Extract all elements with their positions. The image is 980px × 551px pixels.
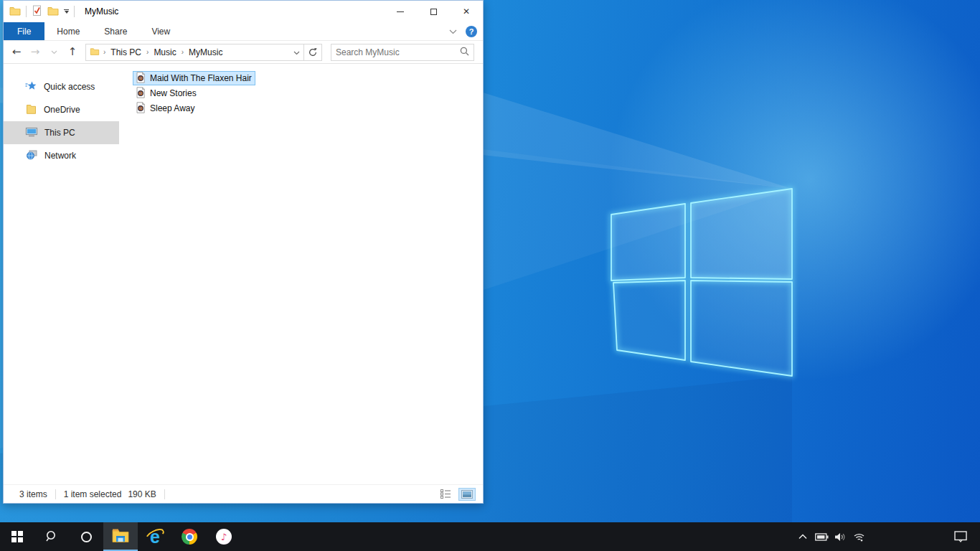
sidebar-item-label: OneDrive bbox=[44, 105, 80, 115]
show-hidden-icons-button[interactable] bbox=[793, 522, 812, 551]
help-button[interactable]: ? bbox=[466, 26, 477, 37]
titlebar-separator bbox=[74, 6, 75, 17]
onedrive-folder-icon bbox=[25, 103, 37, 117]
file-row[interactable]: Maid With The Flaxen Hair bbox=[133, 71, 255, 85]
file-row[interactable]: New Stories bbox=[133, 86, 200, 100]
internet-explorer-icon: e bbox=[146, 527, 164, 546]
sidebar-item-onedrive[interactable]: OneDrive bbox=[4, 98, 119, 121]
file-explorer-window: MyMusic ✕ File Home Share View ? ← → ↑ bbox=[3, 0, 484, 504]
taskbar-search-button[interactable] bbox=[34, 522, 69, 551]
breadcrumb-this-pc[interactable]: This PC bbox=[109, 47, 143, 57]
battery-icon bbox=[815, 533, 829, 541]
refresh-icon bbox=[308, 47, 318, 57]
battery-button[interactable] bbox=[812, 522, 831, 551]
refresh-button[interactable] bbox=[304, 47, 321, 57]
address-box[interactable]: › This PC › Music › MyMusic bbox=[85, 44, 322, 61]
maximize-button[interactable] bbox=[417, 1, 450, 22]
breadcrumb-separator: › bbox=[143, 48, 152, 56]
details-view-button[interactable] bbox=[438, 487, 454, 501]
tab-home[interactable]: Home bbox=[44, 22, 92, 40]
up-button[interactable]: ↑ bbox=[64, 44, 81, 61]
chevron-down-icon bbox=[293, 51, 300, 55]
action-center-button[interactable] bbox=[946, 522, 976, 551]
maximize-icon bbox=[430, 9, 437, 15]
action-center-icon bbox=[954, 531, 967, 542]
quick-access-star-icon bbox=[25, 80, 37, 94]
breadcrumb-mymusic[interactable]: MyMusic bbox=[187, 47, 224, 57]
sidebar-item-label: Quick access bbox=[44, 82, 95, 92]
window-title: MyMusic bbox=[85, 6, 118, 17]
file-explorer-icon bbox=[111, 528, 130, 544]
search-box bbox=[331, 44, 474, 61]
taskbar-file-explorer-button[interactable] bbox=[103, 522, 138, 551]
selection-size: 190 KB bbox=[128, 489, 156, 499]
view-buttons bbox=[438, 487, 476, 501]
quick-access-toolbar: MyMusic bbox=[9, 5, 118, 19]
windows-start-icon bbox=[11, 531, 23, 542]
tab-view[interactable]: View bbox=[139, 22, 182, 40]
ribbon-tabs: File Home Share View ? bbox=[4, 22, 483, 41]
chrome-icon bbox=[182, 529, 197, 545]
titlebar-separator bbox=[26, 6, 27, 17]
search-icon bbox=[45, 530, 58, 543]
sidebar-item-network[interactable]: Network bbox=[4, 144, 119, 167]
tab-share[interactable]: Share bbox=[92, 22, 139, 40]
cortana-icon bbox=[81, 532, 92, 542]
close-button[interactable]: ✕ bbox=[450, 1, 483, 22]
search-input[interactable] bbox=[336, 47, 460, 57]
back-button[interactable]: ← bbox=[8, 44, 25, 61]
forward-arrow-icon: → bbox=[31, 47, 40, 57]
navigation-pane: Quick access OneDrive This PC Network bbox=[4, 64, 119, 484]
caption-buttons: ✕ bbox=[384, 1, 483, 22]
itunes-button[interactable]: ♪ bbox=[207, 522, 241, 551]
titlebar: MyMusic ✕ bbox=[4, 1, 483, 22]
address-dropdown-button[interactable] bbox=[289, 47, 303, 57]
minimize-button[interactable] bbox=[384, 1, 417, 22]
window-folder-icon[interactable] bbox=[9, 5, 21, 19]
properties-button[interactable] bbox=[32, 5, 42, 19]
file-row[interactable]: Sleep Away bbox=[133, 101, 199, 116]
file-list[interactable]: Maid With The Flaxen Hair New Stories Sl… bbox=[119, 64, 483, 484]
chrome-button[interactable] bbox=[172, 522, 207, 551]
new-folder-button[interactable] bbox=[47, 5, 59, 19]
thumbnail-view-button[interactable] bbox=[458, 488, 476, 501]
file-name: Maid With The Flaxen Hair bbox=[150, 73, 252, 83]
audio-file-icon bbox=[135, 87, 146, 100]
minimize-icon bbox=[397, 11, 404, 12]
expand-ribbon-chevron-icon[interactable] bbox=[449, 27, 457, 37]
forward-button[interactable]: → bbox=[27, 44, 44, 61]
recent-locations-button[interactable] bbox=[45, 44, 62, 61]
network-globe-icon bbox=[25, 149, 38, 163]
wifi-button[interactable] bbox=[849, 522, 868, 551]
internet-explorer-button[interactable]: e bbox=[138, 522, 172, 551]
selection-count: 1 item selected bbox=[64, 489, 122, 499]
audio-file-icon bbox=[135, 72, 146, 85]
tab-file[interactable]: File bbox=[4, 22, 44, 40]
sidebar-item-quick-access[interactable]: Quick access bbox=[4, 75, 119, 98]
search-icon[interactable] bbox=[460, 47, 469, 58]
system-tray bbox=[793, 522, 980, 551]
up-arrow-icon: ↑ bbox=[68, 47, 77, 57]
customize-quick-access-toolbar-button[interactable] bbox=[64, 9, 69, 14]
close-icon: ✕ bbox=[463, 6, 470, 17]
addressbar: ← → ↑ › This PC › Music › MyMusic bbox=[4, 41, 483, 64]
itunes-icon: ♪ bbox=[216, 529, 232, 545]
breadcrumb-separator: › bbox=[178, 48, 187, 56]
explorer-main: Quick access OneDrive This PC Network bbox=[4, 64, 483, 484]
chevron-up-icon bbox=[798, 534, 807, 540]
file-name: Sleep Away bbox=[150, 103, 195, 113]
monitor-icon bbox=[25, 126, 38, 140]
breadcrumb-music[interactable]: Music bbox=[152, 47, 177, 57]
audio-file-icon bbox=[135, 102, 146, 116]
sidebar-item-this-pc[interactable]: This PC bbox=[4, 121, 119, 144]
status-separator bbox=[164, 489, 165, 499]
volume-button[interactable] bbox=[831, 522, 849, 551]
breadcrumb-separator: › bbox=[100, 48, 109, 56]
sidebar-item-label: Network bbox=[44, 151, 76, 161]
cortana-button[interactable] bbox=[69, 522, 103, 551]
start-button[interactable] bbox=[0, 522, 34, 551]
items-count: 3 items bbox=[19, 489, 47, 499]
wifi-icon bbox=[853, 532, 865, 542]
file-name: New Stories bbox=[150, 88, 197, 98]
back-arrow-icon: ← bbox=[12, 47, 22, 57]
